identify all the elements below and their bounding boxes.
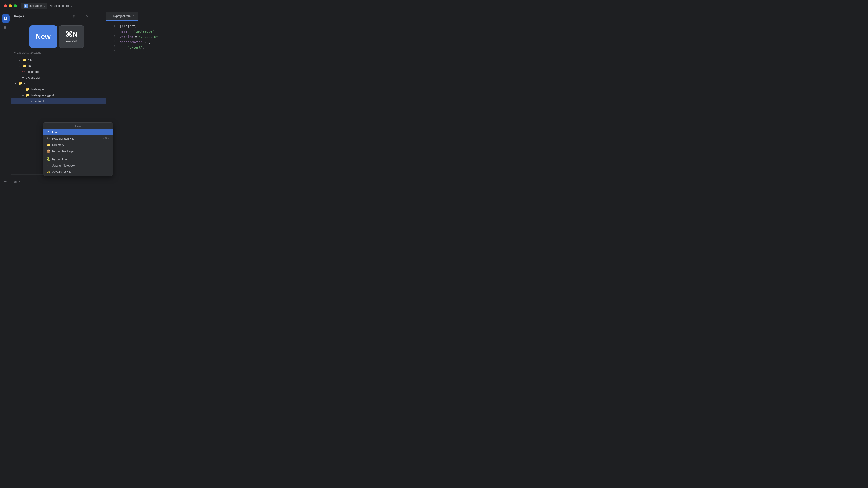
tree-item-label: bin: [28, 58, 32, 62]
tree-item-label: pyproject.toml: [26, 99, 44, 103]
close-button[interactable]: [4, 4, 7, 7]
project-selector[interactable]: L laxleague ⌄: [21, 3, 48, 9]
tree-item-label: lib: [28, 64, 31, 68]
folder-icon: 📁: [26, 88, 30, 91]
panel-title: Project: [14, 15, 24, 18]
list-item[interactable]: ≡ pyvenv.cfg: [11, 74, 106, 80]
code-content: [project] name = "laxleague" version = "…: [120, 24, 329, 185]
list-sort-icon[interactable]: ≡: [19, 180, 20, 183]
maximize-button[interactable]: [13, 4, 17, 7]
menu-item-javascript[interactable]: JS JavaScript File: [43, 168, 113, 175]
folder-icon: 📁: [26, 93, 30, 97]
svg-point-4: [4, 26, 5, 27]
os-label: macOS: [66, 39, 77, 43]
tree-item-label: laxleague.egg-info: [31, 94, 55, 97]
menu-item-file[interactable]: ≡ File: [43, 129, 113, 135]
minimize-icon[interactable]: —: [98, 14, 103, 19]
project-icon: L: [24, 4, 28, 8]
more-options-icon[interactable]: ⋮: [92, 14, 96, 19]
tree-item-label: .gitignore: [27, 70, 39, 73]
svg-point-7: [4, 27, 5, 28]
panel-actions: ⊕ ⌃ ✕ ⋮ —: [71, 14, 103, 19]
cfg-icon: ≡: [22, 76, 24, 79]
menu-item-python-package[interactable]: 📦 Python Package: [43, 148, 113, 154]
sidebar-item-structure[interactable]: [2, 24, 10, 32]
scratch-file-icon: ↻: [46, 137, 51, 140]
svg-point-12: [6, 29, 7, 29]
menu-item-directory[interactable]: 📁 Directory: [43, 142, 113, 148]
code-line: "pytest",: [120, 45, 324, 51]
project-name: laxleague: [29, 4, 42, 7]
version-control-label: Version control: [50, 4, 70, 7]
line-number: 1: [106, 24, 115, 29]
path-text: ~/.../projects/laxleague: [14, 51, 41, 54]
traffic-lights: [4, 4, 17, 7]
version-control-dropdown-arrow: ⌄: [70, 4, 72, 7]
tab-file-icon: T: [110, 14, 112, 18]
shortcut-symbol: ⌘N: [65, 30, 78, 39]
menu-item-label: Python Package: [52, 150, 110, 153]
line-number: 4: [106, 38, 115, 43]
chevron-right-icon: ▶: [21, 94, 25, 96]
tree-item-label: laxleague: [31, 88, 44, 91]
code-line: [project]: [120, 24, 324, 29]
python-file-icon: 🐍: [46, 157, 51, 161]
sidebar-item-files[interactable]: [2, 14, 10, 23]
code-line: dependencies = [: [120, 39, 324, 45]
list-item[interactable]: T pyproject.toml: [11, 98, 106, 104]
tree-item-label: pyvenv.cfg: [26, 76, 39, 79]
menu-item-python-file[interactable]: 🐍 Python File: [43, 156, 113, 162]
code-line: ]: [120, 51, 324, 56]
svg-point-11: [5, 29, 6, 29]
menu-separator: [43, 155, 113, 155]
svg-point-8: [5, 27, 6, 28]
close-icon[interactable]: ✕: [85, 14, 90, 19]
add-icon[interactable]: ⊕: [71, 14, 76, 19]
python-package-icon: 📦: [46, 149, 51, 153]
minimize-button[interactable]: [8, 4, 12, 7]
tree-item-label: src: [24, 82, 28, 85]
list-item[interactable]: ▶ 📁 bin: [11, 57, 106, 63]
gitignore-icon: ⊘: [22, 70, 25, 73]
code-editor: 1 2 3 4 5 6 [project] name = "laxleague"…: [106, 21, 329, 188]
line-number: 6: [106, 48, 115, 53]
svg-point-6: [6, 26, 7, 27]
list-item[interactable]: ▶ 📁 laxleague.egg-info: [11, 92, 106, 98]
editor-tabs: T pyproject.toml ✕: [106, 12, 329, 21]
structure-bottom-icon[interactable]: ⊞: [14, 180, 17, 183]
chevron-right-icon: ▶: [18, 65, 21, 67]
file-menu-icon: ≡: [46, 130, 51, 134]
menu-item-label: Python File: [52, 158, 110, 161]
javascript-icon: JS: [46, 170, 51, 173]
menu-item-scratch-file[interactable]: ↻ New Scratch File ⇧⌘N: [43, 135, 113, 142]
shortcut-popup: New ⌘N macOS: [29, 25, 84, 48]
sidebar-item-more[interactable]: ···: [2, 177, 10, 185]
tab-close-button[interactable]: ✕: [133, 14, 135, 18]
svg-point-10: [4, 29, 5, 29]
menu-item-label: Jupyter Notebook: [52, 164, 110, 167]
sidebar: ···: [0, 12, 11, 188]
collapse-icon[interactable]: ⌃: [78, 14, 83, 19]
folder-icon: 📁: [22, 58, 26, 62]
svg-rect-0: [4, 17, 5, 19]
code-line: version = "2024.0.0": [120, 34, 324, 40]
path-bar: ~/.../projects/laxleague: [11, 50, 106, 56]
chevron-right-icon: ▶: [18, 59, 21, 61]
svg-point-9: [6, 27, 7, 28]
jupyter-icon: ○: [46, 164, 51, 167]
list-item[interactable]: ▼ 📁 src: [11, 80, 106, 86]
code-line: name = "laxleague": [120, 29, 324, 34]
editor-area: T pyproject.toml ✕ 1 2 3 4 5 6 [project]…: [106, 12, 329, 188]
menu-item-shortcut: ⇧⌘N: [103, 137, 110, 140]
svg-rect-2: [6, 18, 7, 19]
menu-item-jupyter[interactable]: ○ Jupyter Notebook: [43, 162, 113, 168]
svg-rect-1: [6, 17, 7, 18]
version-control-selector[interactable]: Version control ⌄: [50, 4, 72, 7]
list-item[interactable]: ⊘ .gitignore: [11, 69, 106, 74]
tab-pyproject-toml[interactable]: T pyproject.toml ✕: [106, 12, 138, 21]
panel-header: Project ⊕ ⌃ ✕ ⋮ —: [11, 12, 106, 21]
directory-icon: 📁: [46, 143, 51, 147]
list-item[interactable]: 📁 laxleague: [11, 86, 106, 92]
cmd-n-shortcut-key: ⌘N macOS: [59, 25, 84, 48]
list-item[interactable]: ▶ 📁 lib: [11, 63, 106, 69]
